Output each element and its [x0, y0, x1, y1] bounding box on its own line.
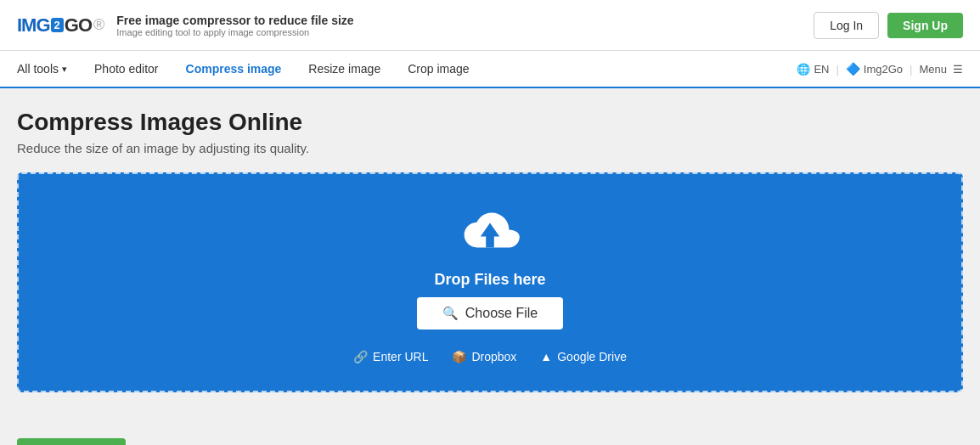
google-drive-link[interactable]: ▲ Google Drive — [540, 350, 627, 363]
header-left: IMG2GO ® Free image compressor to reduce… — [17, 14, 354, 37]
site-header: IMG2GO ® Free image compressor to reduce… — [0, 0, 980, 51]
nav-resize-image-label: Resize image — [308, 62, 380, 76]
page-subtitle: Reduce the size of an image by adjusting… — [17, 141, 963, 155]
brand-label: Img2Go — [864, 63, 903, 76]
nav-item-resize-image[interactable]: Resize image — [295, 51, 394, 88]
main-content: Compress Images Online Reduce the size o… — [0, 88, 980, 428]
menu-label: Menu — [919, 63, 947, 76]
hamburger-icon: ☰ — [953, 63, 963, 76]
nav-left: All tools ▾ Photo editor Compress image … — [17, 51, 483, 87]
nav-crop-image-label: Crop image — [408, 62, 469, 76]
nav-sep-2: | — [910, 63, 912, 76]
choose-file-label: Choose File — [465, 306, 538, 321]
logo[interactable]: IMG2GO ® — [17, 14, 104, 37]
bottom-links: 🔗 Enter URL 📦 Dropbox ▲ Google Drive — [353, 350, 627, 363]
google-drive-icon: ▲ — [540, 350, 552, 363]
dropbox-label: Dropbox — [471, 350, 516, 363]
nav-compress-image-label: Compress image — [186, 62, 282, 76]
cloud-upload-icon — [456, 208, 524, 259]
enter-url-link[interactable]: 🔗 Enter URL — [353, 350, 428, 363]
nav-photo-editor-label: Photo editor — [94, 62, 159, 76]
nav-item-crop-image[interactable]: Crop image — [394, 51, 482, 88]
nav-right: 🌐 EN | 🔷 Img2Go | Menu ☰ — [797, 62, 963, 76]
logo-img-text: IMG — [17, 14, 50, 37]
login-button[interactable]: Log In — [814, 12, 879, 39]
start-button[interactable]: ▶ START — [17, 438, 126, 445]
dropbox-icon: 📦 — [452, 350, 466, 363]
search-icon: 🔍 — [442, 306, 459, 321]
tagline-main: Free image compressor to reduce file siz… — [116, 14, 353, 27]
menu-button[interactable]: Menu ☰ — [919, 63, 963, 76]
enter-url-label: Enter URL — [373, 350, 428, 363]
globe-icon: 🌐 — [797, 63, 810, 76]
google-drive-label: Google Drive — [557, 350, 627, 363]
drop-zone[interactable]: Drop Files here 🔍 Choose File 🔗 Enter UR… — [17, 172, 963, 392]
language-label: EN — [814, 63, 829, 76]
logo-two: 2 — [51, 18, 64, 32]
page-title: Compress Images Online — [17, 109, 963, 136]
language-selector[interactable]: 🌐 EN — [797, 63, 829, 76]
nav-all-tools-label: All tools — [17, 62, 59, 76]
main-nav: All tools ▾ Photo editor Compress image … — [0, 51, 980, 88]
start-area: ▶ START — [0, 428, 980, 445]
drop-text: Drop Files here — [434, 271, 545, 289]
nav-item-compress-image[interactable]: Compress image — [172, 51, 296, 88]
logo-go-text: GO — [65, 14, 92, 37]
nav-item-all-tools[interactable]: All tools ▾ — [17, 51, 81, 88]
choose-file-button[interactable]: 🔍 Choose File — [417, 297, 563, 330]
brand-icon: 🔷 — [846, 62, 860, 76]
brand-link[interactable]: 🔷 Img2Go — [846, 62, 903, 76]
header-right: Log In Sign Up — [814, 12, 963, 39]
signup-button[interactable]: Sign Up — [887, 13, 963, 38]
nav-sep-1: | — [836, 63, 838, 76]
link-icon: 🔗 — [353, 350, 368, 363]
nav-item-photo-editor[interactable]: Photo editor — [81, 51, 172, 88]
chevron-down-icon: ▾ — [62, 64, 67, 75]
dropbox-link[interactable]: 📦 Dropbox — [452, 350, 516, 363]
logo-registered: ® — [93, 16, 104, 34]
header-tagline: Free image compressor to reduce file siz… — [116, 14, 353, 37]
tagline-sub: Image editing tool to apply image compre… — [116, 27, 353, 37]
